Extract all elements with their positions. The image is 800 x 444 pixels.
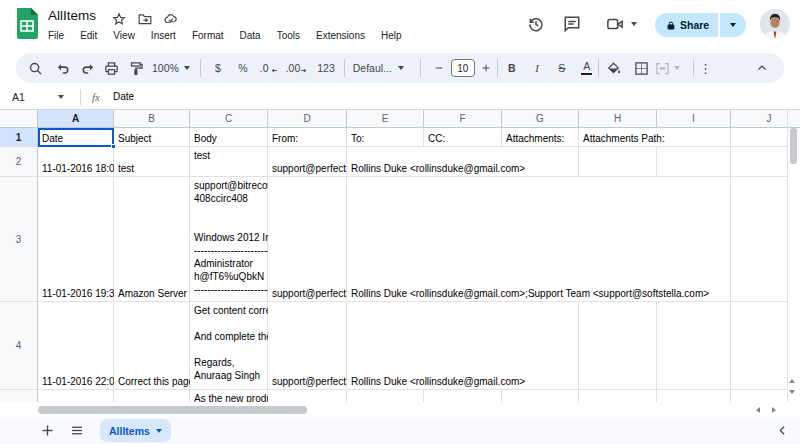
- comments-icon[interactable]: [563, 15, 581, 33]
- undo-icon[interactable]: [56, 61, 71, 76]
- menu-edit[interactable]: Edit: [72, 28, 105, 43]
- paint-format-icon[interactable]: [129, 61, 144, 76]
- camera-dropdown-caret[interactable]: [631, 22, 637, 26]
- text-color-button[interactable]: A: [580, 61, 594, 76]
- cell-G1[interactable]: Attachments:: [506, 132, 564, 145]
- column-header-A[interactable]: A: [38, 110, 114, 128]
- sheet-tab-allitems[interactable]: AllItems: [100, 419, 171, 442]
- cell-E4[interactable]: Rollins Duke <rollinsduke@gmail.com>: [351, 375, 525, 388]
- cell-A2[interactable]: 11-01-2016 18:0: [42, 162, 114, 175]
- increase-font-size-button[interactable]: [480, 63, 492, 73]
- redo-icon[interactable]: [80, 61, 95, 76]
- select-all-corner[interactable]: [0, 110, 38, 128]
- menu-view[interactable]: View: [105, 28, 143, 43]
- column-header-J[interactable]: J: [731, 110, 800, 128]
- horizontal-scroll-arrows[interactable]: [756, 406, 776, 414]
- gridline-v: [730, 128, 731, 147]
- vertical-scrollbar[interactable]: [790, 128, 797, 164]
- row-header-5[interactable]: 5: [0, 390, 38, 402]
- column-header-D[interactable]: D: [268, 110, 347, 128]
- selection-fill-handle[interactable]: [111, 144, 116, 149]
- column-header-C[interactable]: C: [190, 110, 268, 128]
- menu-tools[interactable]: Tools: [269, 28, 308, 43]
- column-header-E[interactable]: E: [347, 110, 424, 128]
- name-box-caret[interactable]: [58, 95, 64, 99]
- collapse-toolbar-icon[interactable]: [756, 62, 768, 74]
- strikethrough-button[interactable]: S: [555, 62, 569, 74]
- menu-format[interactable]: Format: [184, 28, 232, 43]
- cell-C3[interactable]: support@bitrecove408ccirc408 Windows 201…: [194, 179, 268, 296]
- cell-F1[interactable]: CC:: [428, 132, 445, 145]
- document-title[interactable]: AllItems: [48, 8, 96, 23]
- column-header-G[interactable]: G: [502, 110, 579, 128]
- formula-input[interactable]: Date: [113, 91, 134, 102]
- more-options-button[interactable]: ⋮: [699, 61, 712, 76]
- cell-D4[interactable]: support@perfect: [272, 375, 347, 388]
- spreadsheet-grid[interactable]: ABCDEFGHIJ12345DateSubjectBodyFrom:To:CC…: [0, 110, 800, 402]
- meet-camera-icon[interactable]: [606, 15, 624, 33]
- menu-data[interactable]: Data: [232, 28, 269, 43]
- number-format-button[interactable]: 123: [317, 62, 335, 74]
- decrease-font-size-button[interactable]: [433, 63, 445, 73]
- percent-format-button[interactable]: %: [236, 62, 250, 74]
- cell-E3[interactable]: Rollins Duke <rollinsduke@gmail.com>;Sup…: [351, 287, 709, 300]
- cell-H1[interactable]: Attachments Path:: [583, 132, 665, 145]
- column-header-B[interactable]: B: [114, 110, 190, 128]
- cell-A1[interactable]: Date: [42, 132, 63, 145]
- row-header-2[interactable]: 2: [0, 147, 38, 177]
- cell-E1[interactable]: To:: [351, 132, 364, 145]
- font-family-select[interactable]: Defaul...: [353, 62, 404, 74]
- cell-B4[interactable]: Correct this page: [118, 375, 190, 388]
- menu-file[interactable]: File: [40, 28, 72, 43]
- bold-button[interactable]: B: [505, 62, 519, 74]
- column-header-H[interactable]: H: [579, 110, 657, 128]
- cell-B2[interactable]: test: [118, 162, 134, 175]
- row-header-4[interactable]: 4: [0, 302, 38, 390]
- merge-cells-select[interactable]: [655, 61, 680, 76]
- cell-C1[interactable]: Body: [194, 132, 217, 145]
- cell-D1[interactable]: From:: [272, 132, 298, 145]
- menu-help[interactable]: Help: [373, 28, 410, 43]
- currency-format-button[interactable]: $: [211, 62, 225, 74]
- cell-E2[interactable]: Rollins Duke <rollinsduke@gmail.com>: [351, 162, 525, 175]
- cell-D3[interactable]: support@perfect: [272, 287, 347, 300]
- add-sheet-icon[interactable]: [40, 423, 55, 438]
- cell-D2[interactable]: support@perfect: [272, 162, 347, 175]
- cell-C4[interactable]: Get content corre And complete the Regar…: [194, 304, 268, 382]
- increase-decimal-button[interactable]: .00: [286, 62, 310, 75]
- menu-insert[interactable]: Insert: [143, 28, 184, 43]
- row-header-1[interactable]: 1: [0, 128, 38, 147]
- move-folder-icon[interactable]: [138, 12, 152, 26]
- cell-C2[interactable]: test: [194, 149, 268, 162]
- sheets-logo-icon[interactable]: [15, 7, 39, 39]
- star-icon[interactable]: [112, 12, 126, 26]
- cell-A4[interactable]: 11-01-2016 22:0: [42, 375, 114, 388]
- share-dropdown-button[interactable]: [720, 13, 746, 37]
- italic-button[interactable]: I: [530, 63, 544, 74]
- all-sheets-icon[interactable]: [70, 424, 84, 437]
- vertical-scroll-arrows[interactable]: [789, 379, 795, 394]
- collapse-panel-icon[interactable]: [776, 424, 789, 437]
- menu-extensions[interactable]: Extensions: [308, 28, 373, 43]
- share-button-group: Share: [655, 13, 746, 37]
- fill-color-icon[interactable]: [606, 61, 621, 76]
- print-icon[interactable]: [104, 61, 119, 76]
- column-header-F[interactable]: F: [424, 110, 502, 128]
- zoom-select[interactable]: 100%: [152, 62, 190, 74]
- cell-B1[interactable]: Subject: [118, 132, 151, 145]
- column-header-I[interactable]: I: [657, 110, 731, 128]
- search-icon[interactable]: [28, 61, 43, 76]
- decrease-decimal-button[interactable]: .0: [260, 62, 278, 75]
- cell-B3[interactable]: Amazon Server C: [118, 287, 190, 300]
- cell-C5[interactable]: As the new produ: [194, 392, 268, 402]
- user-avatar[interactable]: [760, 9, 790, 39]
- name-box[interactable]: A1: [12, 91, 58, 103]
- horizontal-scrollbar[interactable]: [38, 406, 307, 414]
- share-button[interactable]: Share: [655, 13, 718, 37]
- cell-A3[interactable]: 11-01-2016 19:3: [42, 287, 114, 300]
- row-header-3[interactable]: 3: [0, 177, 38, 302]
- cloud-status-icon[interactable]: [164, 12, 178, 26]
- font-size-input[interactable]: 10: [451, 59, 475, 77]
- borders-icon[interactable]: [634, 61, 649, 76]
- version-history-icon[interactable]: [527, 15, 545, 33]
